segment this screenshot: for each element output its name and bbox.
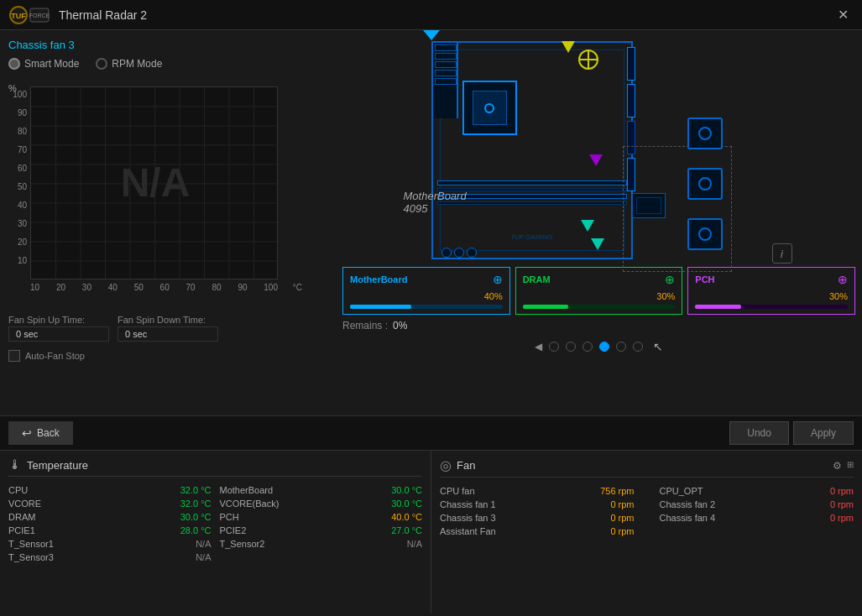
y-tick-100: 100 [8, 90, 27, 99]
fan-spin-up-value: 0 sec [8, 326, 109, 342]
fan-row-cpu-opt: CPU_OPT 0 rpm [660, 484, 854, 498]
fan-spin-down-value: 0 sec [118, 326, 218, 342]
io-shield [433, 43, 458, 118]
fan-row-assistant: Assistant Fan 0 rpm [440, 525, 635, 538]
page-dot-6[interactable] [633, 342, 643, 352]
fan-row-cpu: CPU fan 756 rpm [440, 484, 635, 498]
sensor-dram-plus[interactable]: ⊕ [665, 273, 675, 286]
sensor-card-motherboard: MotherBoard ⊕ 40% [342, 267, 510, 315]
apply-button[interactable]: Apply [793, 421, 854, 445]
temp-row-dram: DRAM 30.0 °C [8, 510, 212, 524]
page-dot-1[interactable] [549, 342, 559, 352]
pagination: ◀ ↖ [342, 337, 855, 357]
page-dot-2[interactable] [566, 342, 576, 352]
asus-logo: TUF GAMING [510, 233, 552, 241]
x-axis-labels: 10 20 30 40 50 60 70 80 90 100 [30, 283, 278, 292]
svg-text:FORCE: FORCE [29, 13, 50, 18]
back-button[interactable]: ↩ Back [8, 421, 73, 445]
sensor-mb-plus[interactable]: ⊕ [493, 273, 503, 286]
temp-row-tsensor3: T_Sensor3 N/A [8, 551, 212, 564]
smart-mode-radio[interactable] [8, 58, 20, 70]
remains-label: Remains : [342, 320, 388, 331]
temperature-panel: 🌡 Temperature CPU 32.0 °C VCORE 32.0 °C … [0, 451, 431, 613]
sensor-dram-name: DRAM [523, 274, 551, 285]
auto-fan-stop-checkbox[interactable] [8, 350, 20, 362]
title-bar: TUF FORCE Thermal Radar 2 ✕ [0, 0, 862, 30]
sensor-pch-pct: 30% [829, 291, 848, 301]
temp-panel-title: Temperature [27, 459, 88, 472]
svg-text:N/A: N/A [121, 160, 191, 205]
info-button[interactable]: i [772, 243, 792, 264]
page-dot-4[interactable] [599, 342, 609, 352]
temp-row-pch: PCH 40.0 °C [220, 510, 423, 524]
y-tick-50: 50 [8, 182, 27, 191]
rpm-mode-option[interactable]: RPM Mode [96, 58, 162, 70]
hdd-icon-1 [687, 117, 723, 149]
y-tick-80: 80 [8, 127, 27, 136]
temp-row-vcore: VCORE 32.0 °C [8, 497, 212, 510]
chassis-fan-4-marker [591, 238, 604, 250]
cpu-socket [462, 81, 517, 135]
remains-value: 0% [393, 320, 407, 331]
bottom-panels: 🌡 Temperature CPU 32.0 °C VCORE 32.0 °C … [0, 450, 862, 613]
temp-row-tsensor1: T_Sensor1 N/A [8, 537, 212, 551]
sensor-card-pch: PCH ⊕ 30% [687, 267, 855, 315]
dashed-connection-box [623, 146, 732, 272]
y-tick-10: 10 [8, 256, 27, 265]
grid-icon[interactable]: ⊞ [847, 460, 854, 472]
hdd-icon-3 [687, 218, 723, 250]
fan-row-chassis2: Chassis fan 2 0 rpm [660, 498, 854, 511]
fan-spin-up-group: Fan Spin Up Time: 0 sec [8, 315, 109, 342]
svg-text:TUF: TUF [11, 12, 26, 20]
app-logo: TUF FORCE [8, 5, 50, 25]
temp-row-tsensor2: T_Sensor2 N/A [220, 537, 423, 551]
sensor-mb-pct: 40% [484, 291, 503, 301]
back-arrow-icon: ↩ [22, 426, 32, 440]
app-title: Thermal Radar 2 [59, 8, 833, 22]
sensor-pch-plus[interactable]: ⊕ [838, 273, 848, 286]
fan-col-1: CPU fan 756 rpm Chassis fan 1 0 rpm Chas… [440, 484, 635, 538]
rpm-mode-radio[interactable] [96, 58, 107, 70]
panel-icons: ⚙ ⊞ [833, 460, 854, 472]
y-tick-90: 90 [8, 108, 27, 117]
chart-area[interactable]: N/A [30, 86, 278, 279]
fan-panel-header: ◎ Fan ⚙ ⊞ [440, 457, 854, 478]
cursor-indicator: ↖ [653, 340, 663, 353]
rpm-mode-label: RPM Mode [112, 58, 162, 70]
temp-row-pcie2: PCIE2 27.0 °C [220, 524, 423, 537]
sensor-dram-pct: 30% [656, 291, 675, 301]
chassis-fan-3-marker [581, 220, 594, 232]
y-tick-30: 30 [8, 219, 27, 228]
temp-panel-header: 🌡 Temperature [8, 457, 422, 477]
fan-spin-down-label: Fan Spin Down Time: [118, 315, 218, 325]
smart-mode-label: Smart Mode [24, 58, 79, 70]
cpu-fan-triangle [562, 41, 575, 53]
settings-icon[interactable]: ⚙ [833, 460, 842, 472]
smart-mode-option[interactable]: Smart Mode [8, 58, 79, 70]
connector-box [632, 193, 666, 218]
hdd-icon-2 [687, 168, 723, 200]
temp-data: CPU 32.0 °C VCORE 32.0 °C DRAM 30.0 °C P… [8, 483, 422, 564]
fan-row-chassis3: Chassis fan 3 0 rpm [440, 511, 635, 525]
chassis-fan-title: Chassis fan 3 [8, 39, 327, 51]
left-panel: Chassis fan 3 Smart Mode RPM Mode % 100 … [0, 30, 336, 415]
chart-svg: N/A [31, 87, 277, 279]
fan-col-2: CPU_OPT 0 rpm Chassis fan 2 0 rpm Chassi… [660, 484, 854, 538]
page-dot-5[interactable] [616, 342, 626, 352]
undo-button[interactable]: Undo [729, 421, 789, 445]
page-left-arrow[interactable]: ◀ [535, 341, 542, 352]
auto-fan-stop-label: Auto-Fan Stop [25, 351, 85, 361]
temp-col-2: MotherBoard 30.0 °C VCORE(Back) 30.0 °C … [220, 483, 423, 564]
sensor-cards: MotherBoard ⊕ 40% DRAM ⊕ 30% [342, 267, 855, 315]
y-tick-60: 60 [8, 164, 27, 173]
auto-fan-stop[interactable]: Auto-Fan Stop [8, 350, 327, 362]
temp-row-cpu: CPU 32.0 °C [8, 483, 212, 497]
page-dot-3[interactable] [583, 342, 593, 352]
fan-row-chassis4: Chassis fan 4 0 rpm [660, 511, 854, 525]
temp-row-motherboard: MotherBoard 30.0 °C [220, 483, 423, 497]
action-bar: ↩ Back Undo Apply [0, 415, 862, 450]
fan-panel-title: Fan [457, 459, 475, 472]
fan-spin-up-label: Fan Spin Up Time: [8, 315, 109, 325]
remains-row: Remains : 0% [342, 315, 855, 337]
close-button[interactable]: ✕ [833, 5, 854, 24]
